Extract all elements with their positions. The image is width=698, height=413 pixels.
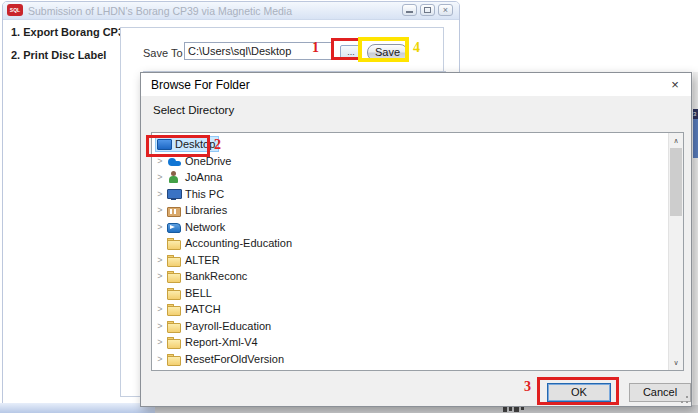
tree-item-label: JoAnna [185,171,222,183]
dialog-close-button[interactable]: × [662,74,688,95]
folder-icon [167,287,181,299]
scroll-down-button[interactable]: ∨ [669,355,683,370]
tree-item-accounting-education[interactable]: Accounting-Education [152,235,668,252]
tree-item-resetforoldversion[interactable]: >ResetForOldVersion [152,351,668,368]
annotation-box-step2 [146,135,210,157]
close-icon: × [443,5,448,15]
tree-item-report-xml-v4[interactable]: >Report-Xml-V4 [152,334,668,351]
save-to-label: Save To [143,47,183,59]
background-selected-row-sliver [693,119,698,158]
tree-item-payroll-education[interactable]: >Payroll-Education [152,318,668,335]
browse-for-folder-dialog: Browse For Folder × Select Directory Des… [140,72,692,407]
background-grid-row-number: 3 [693,109,698,119]
app-window-title: Submission of LHDN's Borang CP39 via Mag… [28,5,292,17]
app-titlebar: SQL Submission of LHDN's Borang CP39 via… [3,2,459,20]
tree-item-content: JoAnna [166,170,225,184]
tree-item-label: PATCH [185,303,221,315]
tree-item-network[interactable]: >Network [152,219,668,236]
select-directory-label: Select Directory [153,104,234,116]
annotation-number-3: 3 [524,379,531,395]
expander-chevron-icon[interactable]: > [154,205,166,215]
window-controls: × [402,4,453,16]
maximize-icon [424,7,431,13]
expander-chevron-icon[interactable]: > [154,337,166,347]
expander-chevron-icon[interactable]: > [154,354,166,364]
tree-item-content: BELL [166,286,215,300]
tree-item-content: Report-Xml-V4 [166,335,261,349]
annotation-number-4: 4 [413,40,420,56]
close-button[interactable]: × [438,4,453,16]
minimize-icon [406,11,413,13]
maximize-button[interactable] [420,4,435,16]
tree-item-label: Network [185,221,225,233]
scroll-up-button[interactable]: ∧ [669,133,683,148]
tree-item-shoopee[interactable]: SHOOPEE [152,367,668,371]
expander-chevron-icon[interactable]: > [154,304,166,314]
tree-item-this-pc[interactable]: >This PC [152,186,668,203]
folder-icon [167,303,181,315]
tree-item-content: Libraries [166,203,230,217]
tree-item-content: ALTER [166,253,223,267]
tree-item-label: Payroll-Education [185,320,271,332]
clipped-text-fragment [503,406,535,413]
tree-item-label: SHOOPEE [185,369,239,371]
expander-chevron-icon[interactable]: > [154,156,166,166]
network-icon [167,221,181,233]
expander-chevron-icon[interactable]: > [154,255,166,265]
pc-icon [167,188,181,200]
screenshot-root: SQL Submission of LHDN's Borang CP39 via… [0,0,698,413]
tree-item-libraries[interactable]: >Libraries [152,202,668,219]
tree-item-patch[interactable]: >PATCH [152,301,668,318]
user-icon [167,171,181,183]
tree-item-content: Accounting-Education [166,236,295,250]
sidebar-item-export-borang-cp39[interactable]: 1. Export Borang CP39 [11,26,130,38]
resize-grip[interactable] [680,395,689,404]
tree-item-bankreconc[interactable]: >BankReconc [152,268,668,285]
tree-item-label: BankReconc [185,270,247,282]
tree-item-label: Report-Xml-V4 [185,336,258,348]
tree-item-content: Network [166,220,228,234]
libraries-icon [167,204,181,216]
tree-rows: Desktop>OneDrive>JoAnna>This PC>Librarie… [152,136,668,371]
tree-item-bell[interactable]: BELL [152,285,668,302]
tree-item-label: Libraries [185,204,227,216]
background-app-sliver [693,158,698,405]
tree-item-desktop[interactable]: Desktop [152,136,668,153]
expander-chevron-icon[interactable]: > [154,222,166,232]
tree-item-content: ResetForOldVersion [166,352,287,366]
tree-item-label: This PC [185,188,224,200]
tree-item-content: SHOOPEE [166,368,242,371]
tree-scrollbar[interactable]: ∧ ∨ [668,133,683,370]
annotation-number-1: 1 [312,40,319,56]
sidebar-item-print-disc-label[interactable]: 2. Print Disc Label [11,49,106,61]
expander-chevron-icon[interactable]: > [154,271,166,281]
scrollbar-thumb[interactable] [670,148,682,216]
tree-item-content: BankReconc [166,269,250,283]
folder-icon [167,254,181,266]
annotation-number-2: 2 [214,137,221,153]
folder-icon [167,237,181,249]
minimize-button[interactable] [402,4,417,16]
tree-item-label: ResetForOldVersion [185,353,284,365]
tree-item-label: Accounting-Education [185,237,292,249]
tree-item-label: ALTER [185,254,220,266]
dialog-title: Browse For Folder [151,78,250,92]
tree-item-onedrive[interactable]: >OneDrive [152,153,668,170]
window-bottom-edge [0,403,158,413]
folder-icon [167,320,181,332]
tree-item-alter[interactable]: >ALTER [152,252,668,269]
app-logo-icon: SQL [7,4,23,16]
tree-item-joanna[interactable]: >JoAnna [152,169,668,186]
save-to-input[interactable] [184,42,332,60]
tree-item-label: BELL [185,287,212,299]
folder-icon [167,353,181,365]
tree-item-content: PATCH [166,302,224,316]
dialog-titlebar: Browse For Folder × [141,73,691,96]
folder-icon [167,270,181,282]
expander-chevron-icon[interactable]: > [154,189,166,199]
tree-item-content: This PC [166,187,227,201]
expander-chevron-icon[interactable]: > [154,321,166,331]
expander-chevron-icon[interactable]: > [154,172,166,182]
folder-icon [167,336,181,348]
folder-icon [167,369,181,371]
